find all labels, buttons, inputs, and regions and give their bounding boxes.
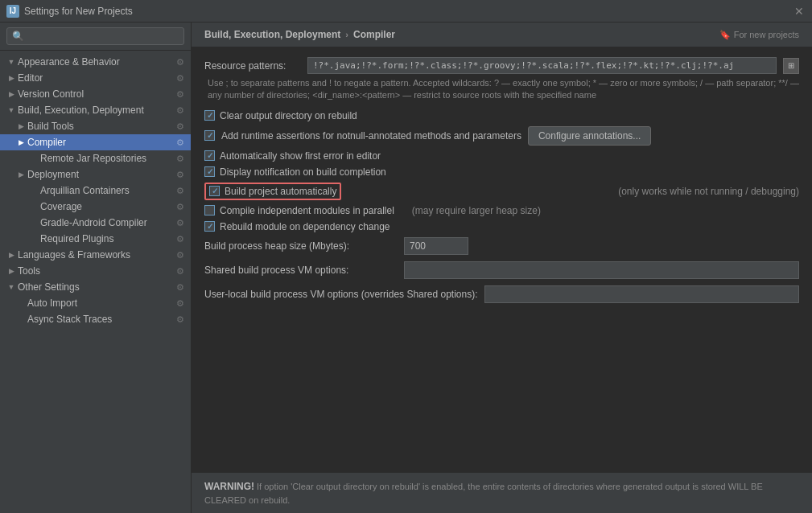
arrow-icon-deployment: ▶	[16, 170, 26, 179]
breadcrumb-path: Build, Execution, Deployment	[204, 29, 340, 40]
checkbox-row-rebuild-module: Rebuild module on dependency change	[204, 221, 799, 232]
sidebar-item-label-other-settings: Other Settings	[18, 281, 176, 293]
sidebar-item-tools[interactable]: ▶Tools⚙	[0, 263, 191, 279]
sidebar-item-auto-import[interactable]: Auto Import⚙	[0, 295, 191, 311]
sidebar-item-label-build-execution: Build, Execution, Deployment	[18, 105, 176, 116]
field-input-heap-size[interactable]	[404, 237, 468, 255]
checkbox-label-build-automatically: Build project automatically	[225, 186, 336, 197]
checkbox-add-runtime[interactable]	[204, 130, 215, 141]
warning-text: If option 'Clear output directory on reb…	[204, 482, 763, 505]
resource-patterns-label: Resource patterns:	[204, 60, 301, 72]
sidebar-item-required-plugins[interactable]: Required Plugins⚙	[0, 231, 191, 247]
sidebar-item-label-auto-import: Auto Import	[27, 298, 176, 309]
checkbox-label-rebuild-module: Rebuild module on dependency change	[220, 221, 390, 232]
field-label-heap-size: Build process heap size (Mbytes):	[204, 240, 398, 252]
field-row-shared-vm: Shared build process VM options:	[204, 261, 799, 279]
settings-icon-build-tools: ⚙	[176, 121, 184, 132]
arrow-icon-version-control: ▶	[6, 89, 16, 99]
sidebar-item-label-gradle-android: Gradle-Android Compiler	[40, 217, 176, 228]
sidebar-item-appearance[interactable]: ▼Appearance & Behavior⚙	[0, 54, 191, 70]
checkbox-row-show-first-error: Automatically show first error in editor	[204, 150, 799, 162]
sidebar-item-build-tools[interactable]: ▶Build Tools⚙	[0, 118, 191, 134]
for-new-projects-label: 🔖 For new projects	[719, 30, 799, 40]
checkbox-row-wrapper-build-automatically: Build project automatically(only works w…	[204, 183, 799, 200]
field-label-user-local-vm: User-local build process VM options (ove…	[204, 289, 478, 300]
arrow-icon-other-settings: ▼	[6, 282, 16, 292]
settings-icon-editor: ⚙	[176, 73, 184, 84]
close-button[interactable]: ✕	[793, 5, 806, 18]
app-icon: IJ	[6, 5, 19, 18]
checkboxes-container: Clear output directory on rebuildAdd run…	[204, 110, 799, 232]
sidebar-item-label-coverage: Coverage	[40, 201, 176, 212]
settings-icon-tools: ⚙	[176, 266, 184, 277]
sidebar-item-label-remote-jar: Remote Jar Repositories	[40, 153, 176, 164]
sidebar-tree: ▼Appearance & Behavior⚙▶Editor⚙▶Version …	[0, 51, 191, 513]
titlebar: IJ Settings for New Projects ✕	[0, 0, 812, 23]
content-body: Resource patterns: ⊞ Use ; to separate p…	[192, 47, 812, 472]
checkbox-row-add-runtime: Add runtime assertions for notnull-annot…	[204, 126, 799, 146]
arrow-icon-compiler: ▶	[16, 137, 26, 147]
settings-icon-version-control: ⚙	[176, 89, 184, 100]
settings-icon-async-stack: ⚙	[176, 314, 184, 325]
settings-icon-compiler: ⚙	[176, 137, 184, 148]
settings-icon-languages: ⚙	[176, 250, 184, 261]
sidebar: ▼Appearance & Behavior⚙▶Editor⚙▶Version …	[0, 23, 192, 513]
sidebar-item-deployment[interactable]: ▶Deployment⚙	[0, 166, 191, 183]
settings-icon-remote-jar: ⚙	[176, 154, 184, 164]
arrow-icon-editor: ▶	[6, 73, 16, 83]
arrow-icon-auto-import	[16, 298, 26, 308]
checkbox-label-compile-parallel: Compile independent modules in parallel	[220, 205, 394, 216]
checkbox-clear-output[interactable]	[204, 110, 215, 121]
sidebar-item-build-execution[interactable]: ▼Build, Execution, Deployment⚙	[0, 102, 191, 118]
arrow-icon-appearance: ▼	[6, 57, 16, 67]
checkbox-row-display-notification: Display notification on build completion	[204, 166, 799, 178]
checkbox-compile-parallel[interactable]	[204, 205, 215, 215]
sidebar-item-label-tools: Tools	[18, 265, 176, 277]
configure-annotations-button[interactable]: Configure annotations...	[528, 126, 651, 146]
main-container: ▼Appearance & Behavior⚙▶Editor⚙▶Version …	[0, 23, 812, 513]
sidebar-item-label-appearance: Appearance & Behavior	[18, 56, 176, 68]
arrow-icon-build-tools: ▶	[16, 121, 26, 131]
field-input-shared-vm[interactable]	[404, 261, 799, 279]
sidebar-item-other-settings[interactable]: ▼Other Settings⚙	[0, 279, 191, 295]
warning-title: WARNING!	[204, 481, 254, 492]
sidebar-item-version-control[interactable]: ▶Version Control⚙	[0, 86, 191, 102]
field-input-user-local-vm[interactable]	[484, 285, 800, 303]
search-input[interactable]	[6, 27, 184, 45]
settings-icon-deployment: ⚙	[176, 170, 184, 180]
content-area: Build, Execution, Deployment › Compiler …	[192, 23, 812, 513]
checkbox-row-clear-output: Clear output directory on rebuild	[204, 110, 799, 121]
highlighted-checkbox-row-build-automatically: Build project automatically	[204, 183, 341, 200]
settings-icon-appearance: ⚙	[176, 57, 184, 68]
checkbox-note-build-automatically: (only works while not running / debuggin…	[605, 186, 799, 197]
sidebar-item-label-arquillian: Arquillian Containers	[40, 185, 176, 196]
sidebar-item-remote-jar[interactable]: Remote Jar Repositories⚙	[0, 150, 191, 166]
settings-icon-required-plugins: ⚙	[176, 234, 184, 244]
sidebar-item-async-stack[interactable]: Async Stack Traces⚙	[0, 311, 191, 327]
field-row-user-local-vm: User-local build process VM options (ove…	[204, 285, 799, 303]
checkbox-label-show-first-error: Automatically show first error in editor	[220, 150, 381, 162]
sidebar-item-compiler[interactable]: ▶Compiler⚙	[0, 134, 191, 150]
resource-expand-button[interactable]: ⊞	[783, 58, 799, 74]
sidebar-item-label-editor: Editor	[18, 72, 176, 84]
checkbox-display-notification[interactable]	[204, 166, 215, 177]
sidebar-item-arquillian[interactable]: Arquillian Containers⚙	[0, 183, 191, 199]
sidebar-item-label-async-stack: Async Stack Traces	[27, 314, 176, 325]
checkbox-rebuild-module[interactable]	[204, 221, 215, 232]
sidebar-item-gradle-android[interactable]: Gradle-Android Compiler⚙	[0, 215, 191, 231]
resource-patterns-input[interactable]	[307, 57, 777, 74]
sidebar-item-languages[interactable]: ▶Languages & Frameworks⚙	[0, 247, 191, 263]
sidebar-item-coverage[interactable]: Coverage⚙	[0, 199, 191, 215]
checkbox-note-compile-parallel: (may require larger heap size)	[399, 205, 541, 216]
checkbox-show-first-error[interactable]	[204, 150, 215, 161]
checkbox-build-automatically[interactable]	[209, 186, 220, 196]
sidebar-item-label-compiler: Compiler	[27, 137, 176, 148]
sidebar-item-label-build-tools: Build Tools	[27, 121, 176, 132]
search-bar	[0, 23, 191, 51]
settings-icon-arquillian: ⚙	[176, 186, 184, 196]
arrow-icon-build-execution: ▼	[6, 105, 16, 115]
content-header: Build, Execution, Deployment › Compiler …	[192, 23, 812, 47]
settings-icon-coverage: ⚙	[176, 202, 184, 212]
sidebar-item-editor[interactable]: ▶Editor⚙	[0, 70, 191, 86]
settings-icon-gradle-android: ⚙	[176, 218, 184, 228]
